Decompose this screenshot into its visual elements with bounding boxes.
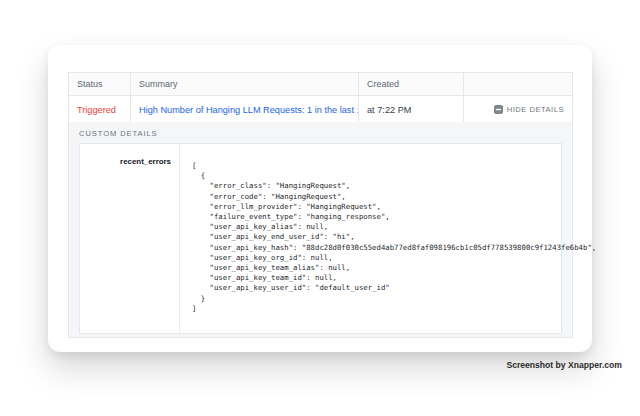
custom-details-panel: recent_errors [ { "error_class": "Hangin… bbox=[79, 143, 562, 334]
hide-details-label: HIDE DETAILS bbox=[507, 105, 564, 114]
detail-key-column: recent_errors bbox=[80, 144, 180, 333]
hide-details-button[interactable]: HIDE DETAILS bbox=[472, 104, 572, 115]
header-actions-empty bbox=[464, 73, 572, 95]
header-summary: Summary bbox=[131, 73, 359, 95]
alert-card: Status Summary Created Triggered High Nu… bbox=[48, 45, 592, 352]
alert-row: Triggered High Number of Hanging LLM Req… bbox=[69, 96, 572, 123]
table-header-row: Status Summary Created bbox=[69, 73, 572, 96]
status-badge: Triggered bbox=[77, 105, 116, 115]
minus-square-icon bbox=[494, 105, 503, 114]
xnapper-watermark: Screenshot by Xnapper.com bbox=[506, 360, 622, 370]
custom-details-heading: CUSTOM DETAILS bbox=[79, 129, 562, 138]
header-status: Status bbox=[69, 73, 131, 95]
created-timestamp: at 7:22 PM bbox=[367, 105, 411, 115]
alerts-table: Status Summary Created Triggered High Nu… bbox=[68, 72, 573, 124]
detail-value-column: [ { "error_class": "HangingRequest", "er… bbox=[180, 144, 596, 333]
detail-field-name: recent_errors bbox=[120, 157, 171, 166]
summary-cell: High Number of Hanging LLM Requests: 1 i… bbox=[131, 96, 359, 123]
created-cell: at 7:22 PM bbox=[359, 96, 464, 123]
header-created: Created bbox=[359, 73, 464, 95]
status-cell: Triggered bbox=[69, 96, 131, 123]
recent-errors-json: [ { "error_class": "HangingRequest", "er… bbox=[180, 144, 596, 314]
custom-details-section: CUSTOM DETAILS recent_errors [ { "error_… bbox=[68, 122, 573, 338]
alert-summary-link[interactable]: High Number of Hanging LLM Requests: 1 i… bbox=[139, 105, 359, 115]
actions-cell: HIDE DETAILS bbox=[464, 96, 572, 123]
